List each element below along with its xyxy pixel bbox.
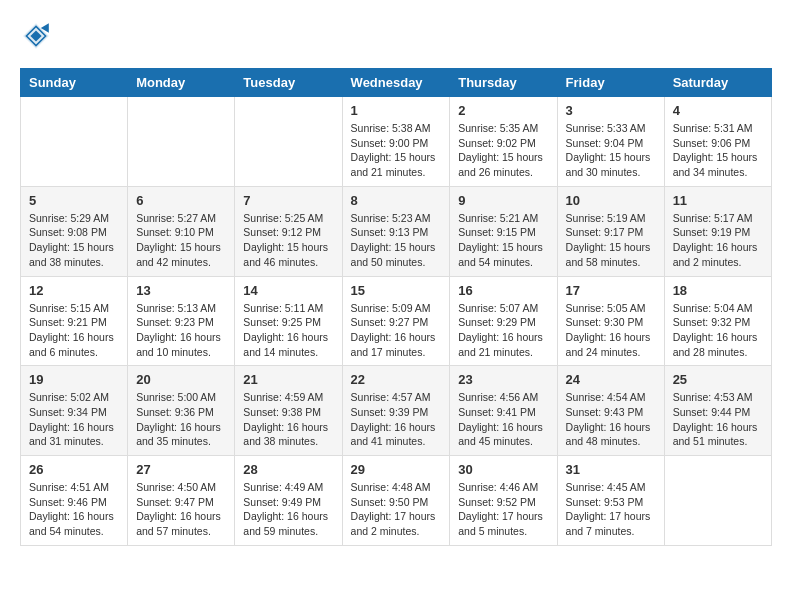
day-number: 27 <box>136 462 226 477</box>
day-header-monday: Monday <box>128 69 235 97</box>
day-info: Sunrise: 4:48 AM Sunset: 9:50 PM Dayligh… <box>351 480 442 539</box>
day-number: 31 <box>566 462 656 477</box>
day-number: 23 <box>458 372 548 387</box>
day-info: Sunrise: 4:51 AM Sunset: 9:46 PM Dayligh… <box>29 480 119 539</box>
day-number: 5 <box>29 193 119 208</box>
calendar-cell: 25Sunrise: 4:53 AM Sunset: 9:44 PM Dayli… <box>664 366 771 456</box>
day-info: Sunrise: 5:27 AM Sunset: 9:10 PM Dayligh… <box>136 211 226 270</box>
day-number: 21 <box>243 372 333 387</box>
calendar-cell: 24Sunrise: 4:54 AM Sunset: 9:43 PM Dayli… <box>557 366 664 456</box>
day-header-wednesday: Wednesday <box>342 69 450 97</box>
calendar-cell: 5Sunrise: 5:29 AM Sunset: 9:08 PM Daylig… <box>21 186 128 276</box>
logo <box>20 20 58 52</box>
calendar-cell: 10Sunrise: 5:19 AM Sunset: 9:17 PM Dayli… <box>557 186 664 276</box>
day-info: Sunrise: 4:53 AM Sunset: 9:44 PM Dayligh… <box>673 390 763 449</box>
day-info: Sunrise: 5:31 AM Sunset: 9:06 PM Dayligh… <box>673 121 763 180</box>
day-info: Sunrise: 5:29 AM Sunset: 9:08 PM Dayligh… <box>29 211 119 270</box>
day-header-thursday: Thursday <box>450 69 557 97</box>
day-number: 26 <box>29 462 119 477</box>
week-row-5: 26Sunrise: 4:51 AM Sunset: 9:46 PM Dayli… <box>21 456 772 546</box>
day-number: 29 <box>351 462 442 477</box>
day-info: Sunrise: 4:49 AM Sunset: 9:49 PM Dayligh… <box>243 480 333 539</box>
calendar-cell: 19Sunrise: 5:02 AM Sunset: 9:34 PM Dayli… <box>21 366 128 456</box>
day-number: 28 <box>243 462 333 477</box>
calendar-cell: 11Sunrise: 5:17 AM Sunset: 9:19 PM Dayli… <box>664 186 771 276</box>
day-number: 10 <box>566 193 656 208</box>
day-info: Sunrise: 5:25 AM Sunset: 9:12 PM Dayligh… <box>243 211 333 270</box>
calendar-cell: 18Sunrise: 5:04 AM Sunset: 9:32 PM Dayli… <box>664 276 771 366</box>
calendar-cell: 14Sunrise: 5:11 AM Sunset: 9:25 PM Dayli… <box>235 276 342 366</box>
day-number: 3 <box>566 103 656 118</box>
days-header-row: SundayMondayTuesdayWednesdayThursdayFrid… <box>21 69 772 97</box>
day-number: 25 <box>673 372 763 387</box>
calendar-cell: 15Sunrise: 5:09 AM Sunset: 9:27 PM Dayli… <box>342 276 450 366</box>
calendar-cell: 8Sunrise: 5:23 AM Sunset: 9:13 PM Daylig… <box>342 186 450 276</box>
day-number: 8 <box>351 193 442 208</box>
calendar-cell <box>128 97 235 187</box>
day-info: Sunrise: 4:57 AM Sunset: 9:39 PM Dayligh… <box>351 390 442 449</box>
day-info: Sunrise: 4:45 AM Sunset: 9:53 PM Dayligh… <box>566 480 656 539</box>
calendar-cell: 7Sunrise: 5:25 AM Sunset: 9:12 PM Daylig… <box>235 186 342 276</box>
day-info: Sunrise: 5:09 AM Sunset: 9:27 PM Dayligh… <box>351 301 442 360</box>
day-info: Sunrise: 4:50 AM Sunset: 9:47 PM Dayligh… <box>136 480 226 539</box>
day-number: 18 <box>673 283 763 298</box>
day-info: Sunrise: 4:54 AM Sunset: 9:43 PM Dayligh… <box>566 390 656 449</box>
day-info: Sunrise: 5:04 AM Sunset: 9:32 PM Dayligh… <box>673 301 763 360</box>
day-number: 16 <box>458 283 548 298</box>
calendar-cell: 30Sunrise: 4:46 AM Sunset: 9:52 PM Dayli… <box>450 456 557 546</box>
day-info: Sunrise: 5:00 AM Sunset: 9:36 PM Dayligh… <box>136 390 226 449</box>
calendar-cell: 23Sunrise: 4:56 AM Sunset: 9:41 PM Dayli… <box>450 366 557 456</box>
day-info: Sunrise: 5:05 AM Sunset: 9:30 PM Dayligh… <box>566 301 656 360</box>
calendar-cell: 22Sunrise: 4:57 AM Sunset: 9:39 PM Dayli… <box>342 366 450 456</box>
day-info: Sunrise: 4:59 AM Sunset: 9:38 PM Dayligh… <box>243 390 333 449</box>
calendar-cell: 16Sunrise: 5:07 AM Sunset: 9:29 PM Dayli… <box>450 276 557 366</box>
calendar-cell <box>21 97 128 187</box>
calendar-cell: 21Sunrise: 4:59 AM Sunset: 9:38 PM Dayli… <box>235 366 342 456</box>
logo-icon <box>20 20 52 52</box>
day-number: 11 <box>673 193 763 208</box>
day-info: Sunrise: 5:35 AM Sunset: 9:02 PM Dayligh… <box>458 121 548 180</box>
day-number: 2 <box>458 103 548 118</box>
week-row-3: 12Sunrise: 5:15 AM Sunset: 9:21 PM Dayli… <box>21 276 772 366</box>
calendar-cell: 3Sunrise: 5:33 AM Sunset: 9:04 PM Daylig… <box>557 97 664 187</box>
day-info: Sunrise: 5:17 AM Sunset: 9:19 PM Dayligh… <box>673 211 763 270</box>
day-info: Sunrise: 5:19 AM Sunset: 9:17 PM Dayligh… <box>566 211 656 270</box>
calendar-cell: 13Sunrise: 5:13 AM Sunset: 9:23 PM Dayli… <box>128 276 235 366</box>
day-info: Sunrise: 5:13 AM Sunset: 9:23 PM Dayligh… <box>136 301 226 360</box>
week-row-1: 1Sunrise: 5:38 AM Sunset: 9:00 PM Daylig… <box>21 97 772 187</box>
week-row-4: 19Sunrise: 5:02 AM Sunset: 9:34 PM Dayli… <box>21 366 772 456</box>
day-number: 20 <box>136 372 226 387</box>
day-info: Sunrise: 5:07 AM Sunset: 9:29 PM Dayligh… <box>458 301 548 360</box>
day-info: Sunrise: 5:02 AM Sunset: 9:34 PM Dayligh… <box>29 390 119 449</box>
calendar-cell: 29Sunrise: 4:48 AM Sunset: 9:50 PM Dayli… <box>342 456 450 546</box>
day-number: 30 <box>458 462 548 477</box>
calendar-cell: 17Sunrise: 5:05 AM Sunset: 9:30 PM Dayli… <box>557 276 664 366</box>
day-number: 17 <box>566 283 656 298</box>
calendar-cell: 9Sunrise: 5:21 AM Sunset: 9:15 PM Daylig… <box>450 186 557 276</box>
day-number: 12 <box>29 283 119 298</box>
calendar-cell: 1Sunrise: 5:38 AM Sunset: 9:00 PM Daylig… <box>342 97 450 187</box>
day-header-friday: Friday <box>557 69 664 97</box>
calendar-cell: 12Sunrise: 5:15 AM Sunset: 9:21 PM Dayli… <box>21 276 128 366</box>
week-row-2: 5Sunrise: 5:29 AM Sunset: 9:08 PM Daylig… <box>21 186 772 276</box>
day-number: 15 <box>351 283 442 298</box>
day-number: 6 <box>136 193 226 208</box>
day-header-tuesday: Tuesday <box>235 69 342 97</box>
calendar-cell: 31Sunrise: 4:45 AM Sunset: 9:53 PM Dayli… <box>557 456 664 546</box>
day-number: 7 <box>243 193 333 208</box>
day-number: 13 <box>136 283 226 298</box>
calendar-cell <box>235 97 342 187</box>
calendar-cell: 27Sunrise: 4:50 AM Sunset: 9:47 PM Dayli… <box>128 456 235 546</box>
day-header-saturday: Saturday <box>664 69 771 97</box>
day-number: 4 <box>673 103 763 118</box>
day-info: Sunrise: 5:15 AM Sunset: 9:21 PM Dayligh… <box>29 301 119 360</box>
day-info: Sunrise: 5:21 AM Sunset: 9:15 PM Dayligh… <box>458 211 548 270</box>
day-number: 9 <box>458 193 548 208</box>
day-info: Sunrise: 5:33 AM Sunset: 9:04 PM Dayligh… <box>566 121 656 180</box>
day-number: 24 <box>566 372 656 387</box>
day-info: Sunrise: 5:38 AM Sunset: 9:00 PM Dayligh… <box>351 121 442 180</box>
calendar-cell: 4Sunrise: 5:31 AM Sunset: 9:06 PM Daylig… <box>664 97 771 187</box>
day-info: Sunrise: 4:46 AM Sunset: 9:52 PM Dayligh… <box>458 480 548 539</box>
day-info: Sunrise: 4:56 AM Sunset: 9:41 PM Dayligh… <box>458 390 548 449</box>
calendar-cell: 20Sunrise: 5:00 AM Sunset: 9:36 PM Dayli… <box>128 366 235 456</box>
